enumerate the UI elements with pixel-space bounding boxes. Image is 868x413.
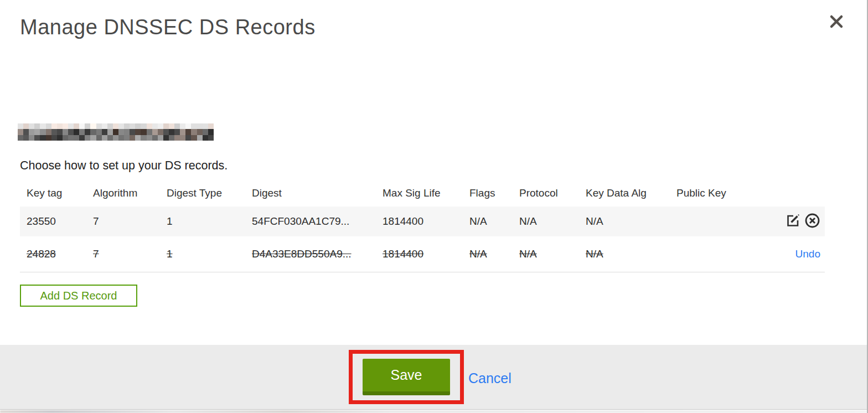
edit-icon [786,213,800,228]
modal-footer: Save Cancel [0,345,867,410]
page-title: Manage DNSSEC DS Records [20,16,316,39]
cell-digest: D4A33E8DD550A9... [245,236,376,272]
col-header-max-sig-life: Max Sig Life [376,180,463,206]
close-icon[interactable] [828,13,845,30]
cell-protocol: N/A [513,236,579,272]
redacted-domain-name [18,123,214,141]
row-actions [754,206,825,236]
col-header-flags: Flags [463,180,513,206]
cell-digest-type: 1 [160,236,245,272]
col-header-key-tag: Key tag [20,180,86,206]
col-header-public-key: Public Key [670,180,754,206]
cell-algorithm: 7 [86,206,160,236]
delete-circle-x-icon [804,213,820,229]
cell-digest: 54FCF030AA1C79... [245,206,376,236]
col-header-digest-type: Digest Type [160,180,245,206]
col-header-actions [754,180,825,206]
intro-text: Choose how to set up your DS records. [20,159,228,173]
underlying-page-edge [0,410,867,413]
cell-flags: N/A [463,206,513,236]
cell-algorithm: 7 [86,236,160,272]
save-button[interactable]: Save [363,359,450,395]
red-highlight-annotation: Save [349,350,464,404]
ds-records-table: Key tag Algorithm Digest Type Digest Max… [20,180,825,272]
table-row: 23550 7 1 54FCF030AA1C79... 1814400 N/A … [20,206,825,236]
col-header-algorithm: Algorithm [86,180,160,206]
cell-key-data-alg: N/A [579,236,670,272]
cancel-link[interactable]: Cancel [468,370,512,386]
close-icon-glyph [828,13,845,30]
cell-protocol: N/A [513,206,579,236]
undo-link[interactable]: Undo [795,248,820,260]
add-ds-record-button[interactable]: Add DS Record [20,285,137,307]
cell-digest-type: 1 [160,206,245,236]
manage-dnssec-modal: Manage DNSSEC DS Records Choose how to s… [0,0,868,413]
cell-public-key [670,236,754,272]
cell-flags: N/A [463,236,513,272]
cell-key-tag: 23550 [20,206,86,236]
cell-max-sig-life: 1814400 [376,236,463,272]
table-row: 24828 7 1 D4A33E8DD550A9... 1814400 N/A … [20,236,825,272]
cell-key-tag: 24828 [20,236,86,272]
delete-record-button[interactable] [804,213,820,230]
cell-public-key [670,206,754,236]
col-header-digest: Digest [245,180,376,206]
cell-key-data-alg: N/A [579,206,670,236]
row-actions: Undo [754,236,825,272]
col-header-protocol: Protocol [513,180,579,206]
col-header-key-data-alg: Key Data Alg [579,180,670,206]
table-header-row: Key tag Algorithm Digest Type Digest Max… [20,180,825,206]
cell-max-sig-life: 1814400 [376,206,463,236]
edit-record-button[interactable] [786,213,800,230]
